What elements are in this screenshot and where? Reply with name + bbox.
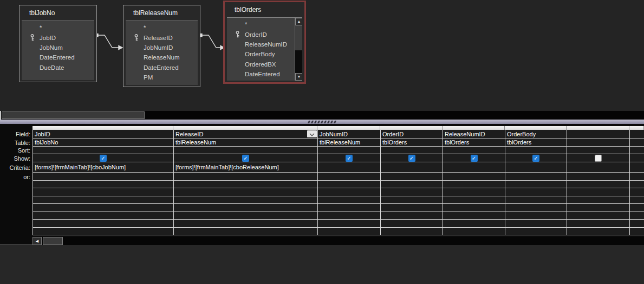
grid-cell-empty-col2[interactable]: [318, 204, 381, 212]
field-item-JobNumID[interactable]: JobNumID: [126, 43, 198, 52]
grid-cell-empty-col6[interactable]: [567, 220, 630, 227]
grid-cell-or-col3[interactable]: [381, 173, 443, 181]
grid-cell-empty-col7[interactable]: [630, 196, 644, 204]
grid-cell-empty-col7[interactable]: [630, 212, 644, 220]
grid-cell-show-col6[interactable]: [567, 154, 630, 162]
field-item-JobNum[interactable]: JobNum: [22, 43, 94, 52]
field-item-DateEntered[interactable]: DateEntered: [227, 69, 295, 79]
field-item-PM[interactable]: PM: [126, 72, 198, 82]
grid-cell-empty-col3[interactable]: [381, 228, 443, 235]
grid-cell-empty-col1[interactable]: [174, 212, 318, 220]
grid-cell-empty-col0[interactable]: [33, 188, 174, 196]
grid-cell-table-col3[interactable]: tblOrders: [381, 138, 443, 147]
field-item-OrderBody[interactable]: OrderBody: [227, 49, 295, 59]
grid-cell-empty-col7[interactable]: [630, 188, 644, 196]
grid-cell-empty-col2[interactable]: [318, 220, 381, 227]
grid-cell-criteria-col6[interactable]: [567, 162, 630, 173]
grid-cell-criteria-col0[interactable]: [forms]![frmMainTab]![cboJobNum]: [33, 162, 174, 173]
grid-cell-or-col6[interactable]: [567, 173, 630, 181]
grid-cell-criteria-col7[interactable]: [630, 162, 644, 173]
scroll-left-arrow-icon[interactable]: ◀: [32, 237, 42, 245]
grid-cell-table-col7[interactable]: [630, 138, 644, 147]
field-item-ReleaseID[interactable]: ReleaseID: [126, 32, 198, 42]
grid-cell-empty-col0[interactable]: [33, 212, 174, 220]
grid-cell-sort-col3[interactable]: [381, 147, 443, 154]
show-checkbox-checked[interactable]: ✓: [532, 155, 539, 162]
grid-cell-empty-col6[interactable]: [567, 181, 630, 188]
grid-cell-empty-col4[interactable]: [443, 204, 505, 212]
table-box-tblJobNo[interactable]: tblJobNo*JobIDJobNumDateEnteredDueDate: [19, 5, 97, 82]
grid-cell-empty-col7[interactable]: [630, 204, 644, 212]
grid-cell-show-col7[interactable]: [630, 154, 644, 162]
grid-cell-empty-col6[interactable]: [567, 204, 630, 212]
grid-cell-empty-col2[interactable]: [318, 212, 381, 220]
grid-cell-or-col0[interactable]: [33, 173, 174, 181]
field-item-OrderedBX[interactable]: OrderedBX: [227, 60, 295, 69]
field-item-DateEntered[interactable]: DateEntered: [126, 63, 198, 72]
grid-cell-field-col3[interactable]: OrderID: [381, 130, 443, 138]
grid-cell-table-col5[interactable]: tblOrders: [505, 138, 567, 147]
grid-cell-table-col0[interactable]: tblJobNo: [33, 138, 174, 147]
grid-cell-empty-col0[interactable]: [33, 228, 174, 235]
grid-cell-field-col4[interactable]: ReleaseNumID: [443, 130, 505, 138]
grid-cell-empty-col0[interactable]: [33, 220, 174, 227]
grid-cell-empty-col3[interactable]: [381, 212, 443, 220]
show-checkbox-checked[interactable]: ✓: [346, 155, 353, 162]
grid-cell-show-col4[interactable]: ✓: [443, 154, 505, 162]
grid-cell-table-col2[interactable]: tblReleaseNum: [318, 138, 381, 147]
scroll-up-arrow-icon[interactable]: ▲: [295, 18, 302, 25]
grid-cell-empty-col4[interactable]: [443, 228, 505, 235]
grid-cell-field-col6[interactable]: [567, 130, 630, 138]
grid-cell-or-col4[interactable]: [443, 173, 505, 181]
field-dropdown-button[interactable]: [307, 130, 317, 137]
grid-cell-empty-col3[interactable]: [381, 188, 443, 196]
grid-cell-empty-col6[interactable]: [567, 196, 630, 204]
grid-cell-empty-col1[interactable]: [174, 228, 318, 235]
show-checkbox-checked[interactable]: ✓: [471, 155, 478, 162]
grid-cell-empty-col7[interactable]: [630, 228, 644, 235]
grid-cell-field-col1[interactable]: ReleaseID: [174, 130, 318, 138]
grid-cell-empty-col4[interactable]: [443, 196, 505, 204]
show-checkbox-checked[interactable]: ✓: [100, 155, 107, 162]
grid-cell-empty-col3[interactable]: [381, 181, 443, 188]
grid-cell-field-col5[interactable]: OrderBody: [505, 130, 567, 138]
grid-cell-empty-col7[interactable]: [630, 220, 644, 227]
grid-cell-criteria-col1[interactable]: [forms]![frmMainTab]![cboReleaseNum]: [174, 162, 318, 173]
grid-cell-empty-col1[interactable]: [174, 220, 318, 227]
grid-cell-or-col7[interactable]: [630, 173, 644, 181]
grid-cell-empty-col2[interactable]: [318, 188, 381, 196]
grid-cell-sort-col0[interactable]: [33, 147, 174, 154]
grid-cell-empty-col5[interactable]: [505, 220, 567, 227]
grid-cell-empty-col3[interactable]: [381, 220, 443, 227]
join-line-jobno-releasenum[interactable]: [98, 35, 119, 48]
field-item-star[interactable]: *: [126, 23, 198, 32]
show-checkbox-checked[interactable]: ✓: [408, 155, 415, 162]
grid-cell-empty-col1[interactable]: [174, 181, 318, 188]
grid-cell-show-col0[interactable]: ✓: [33, 154, 174, 162]
grid-cell-empty-col6[interactable]: [567, 188, 630, 196]
field-item-star[interactable]: *: [22, 23, 94, 32]
grid-cell-table-col1[interactable]: tblReleaseNum: [174, 138, 318, 147]
diagram-scrollbar-thumb[interactable]: [2, 111, 145, 119]
grid-cell-empty-col0[interactable]: [33, 181, 174, 188]
grid-cell-criteria-col2[interactable]: [318, 162, 381, 173]
show-checkbox-unchecked[interactable]: [595, 155, 602, 162]
grid-cell-or-col1[interactable]: [174, 173, 318, 181]
grid-cell-empty-col4[interactable]: [443, 220, 505, 227]
field-item-ReleaseNum[interactable]: ReleaseNum: [126, 52, 198, 62]
table-box-tblReleaseNum[interactable]: tblReleaseNum*ReleaseIDJobNumIDReleaseNu…: [123, 5, 200, 87]
grid-cell-criteria-col3[interactable]: [381, 162, 443, 173]
grid-cell-criteria-col5[interactable]: [505, 162, 567, 173]
grid-horizontal-scrollbar[interactable]: ◀: [32, 237, 644, 245]
grid-cell-empty-col4[interactable]: [443, 212, 505, 220]
grid-cell-sort-col7[interactable]: [630, 147, 644, 154]
grid-cell-sort-col1[interactable]: [174, 147, 318, 154]
grid-cell-empty-col0[interactable]: [33, 196, 174, 204]
grid-cell-empty-col6[interactable]: [567, 212, 630, 220]
grid-cell-show-col2[interactable]: ✓: [318, 154, 381, 162]
grid-cell-table-col4[interactable]: tblOrders: [443, 138, 505, 147]
grid-cell-empty-col2[interactable]: [318, 228, 381, 235]
join-line-releasenum-orders[interactable]: [202, 35, 221, 48]
grid-cell-field-col7[interactable]: [630, 130, 644, 138]
grid-cell-sort-col2[interactable]: [318, 147, 381, 154]
